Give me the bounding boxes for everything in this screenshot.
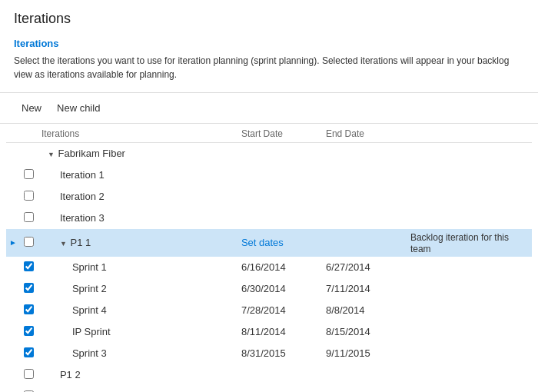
iterations-table: Iterations Start Date End Date ▼ Fabrika… — [6, 124, 532, 392]
set-dates-link[interactable]: Set dates — [241, 237, 284, 248]
table-row[interactable]: Sprint 26/30/20147/11/2014 — [6, 278, 532, 300]
start-date-cell — [238, 143, 323, 164]
iteration-checkbox[interactable] — [24, 283, 34, 293]
tree-arrow-icon[interactable]: ▼ — [48, 151, 55, 158]
iteration-name: Iteration 3 — [60, 212, 105, 224]
iteration-name-cell: P1 3 — [38, 386, 238, 393]
row-indicator-cell — [6, 300, 20, 321]
table-row[interactable]: ►▼ P1 1Set datesBacklog iteration for th… — [6, 229, 532, 257]
description-text: Select the iterations you want to use fo… — [14, 54, 524, 81]
row-indicator-cell — [6, 278, 20, 300]
iteration-name-cell: Sprint 1 — [38, 257, 238, 278]
iteration-name: Sprint 1 — [72, 261, 107, 273]
iteration-name: Fabrikam Fiber — [58, 148, 125, 159]
row-indicator-cell — [6, 164, 20, 186]
table-row[interactable]: P1 3 — [6, 386, 532, 393]
iteration-name-cell: ▼ Fabrikam Fiber — [38, 143, 238, 164]
row-indicator-cell — [6, 364, 20, 386]
checkbox-cell — [20, 343, 38, 364]
iteration-checkbox[interactable] — [24, 169, 34, 179]
table-row[interactable]: Iteration 1 — [6, 164, 532, 186]
col-header-end: End Date — [323, 124, 407, 143]
checkbox-cell — [20, 364, 38, 386]
new-child-button[interactable]: New child — [49, 99, 108, 117]
start-date-cell: 8/11/2014 — [238, 321, 323, 343]
start-date-cell — [238, 186, 323, 208]
checkbox-cell — [20, 257, 38, 278]
info-cell — [407, 143, 532, 164]
iteration-checkbox[interactable] — [24, 347, 34, 357]
start-date-cell: 8/31/2015 — [238, 343, 323, 364]
start-date-cell: Set dates — [238, 229, 323, 257]
iteration-name-cell: Iteration 2 — [38, 186, 238, 208]
new-button[interactable]: New — [14, 99, 49, 117]
start-date-cell — [238, 208, 323, 229]
iteration-checkbox[interactable] — [24, 191, 34, 201]
checkbox-cell — [20, 321, 38, 343]
col-header-start: Start Date — [238, 124, 323, 143]
end-date-cell — [323, 229, 407, 257]
table-row[interactable]: ▼ Fabrikam Fiber — [6, 143, 532, 164]
row-indicator-cell — [6, 257, 20, 278]
end-date-cell — [323, 186, 407, 208]
end-date-cell: 7/11/2014 — [323, 278, 407, 300]
iteration-name-cell: ▼ P1 1 — [38, 229, 238, 257]
checkbox-cell — [20, 300, 38, 321]
row-indicator-cell — [6, 321, 20, 343]
section-title: Iterations — [14, 38, 524, 49]
row-indicator-cell — [6, 208, 20, 229]
row-indicator-cell — [6, 343, 20, 364]
info-cell — [407, 186, 532, 208]
checkbox-cell — [20, 229, 38, 257]
table-row[interactable]: P1 2 — [6, 364, 532, 386]
backlog-label: Backlog iteration for this team — [410, 232, 509, 254]
row-arrow-indicator: ► — [9, 238, 17, 247]
col-header-indicator — [6, 124, 20, 143]
info-cell — [407, 364, 532, 386]
checkbox-cell — [20, 164, 38, 186]
toolbar: New New child — [0, 92, 538, 124]
tree-arrow-icon[interactable]: ▼ — [60, 240, 68, 247]
col-header-checkbox — [20, 124, 38, 143]
iteration-name-cell: Sprint 2 — [38, 278, 238, 300]
table-row[interactable]: Sprint 47/28/20148/8/2014 — [6, 300, 532, 321]
iteration-checkbox[interactable] — [24, 212, 34, 222]
end-date-cell — [323, 208, 407, 229]
iteration-name: Sprint 4 — [72, 304, 107, 316]
start-date-cell — [238, 386, 323, 393]
checkbox-cell — [20, 278, 38, 300]
row-indicator-cell: ► — [6, 229, 20, 257]
iteration-name: Iteration 1 — [60, 169, 105, 181]
info-cell — [407, 386, 532, 393]
end-date-cell — [323, 364, 407, 386]
info-cell — [407, 343, 532, 364]
iteration-name-cell: IP Sprint — [38, 321, 238, 343]
start-date-cell — [238, 364, 323, 386]
end-date-cell: 9/11/2015 — [323, 343, 407, 364]
iteration-name-cell: Sprint 3 — [38, 343, 238, 364]
info-cell — [407, 300, 532, 321]
start-date-cell: 7/28/2014 — [238, 300, 323, 321]
col-header-iterations: Iterations — [38, 124, 238, 143]
info-cell: Backlog iteration for this team — [407, 229, 532, 257]
iteration-checkbox[interactable] — [24, 261, 34, 271]
iteration-name-cell: P1 2 — [38, 364, 238, 386]
table-row[interactable]: Sprint 16/16/20146/27/2014 — [6, 257, 532, 278]
table-row[interactable]: Iteration 3 — [6, 208, 532, 229]
info-cell — [407, 257, 532, 278]
iteration-checkbox[interactable] — [24, 304, 34, 314]
info-cell — [407, 321, 532, 343]
iteration-checkbox[interactable] — [24, 369, 34, 379]
table-row[interactable]: Sprint 38/31/20159/11/2015 — [6, 343, 532, 364]
table-row[interactable]: Iteration 2 — [6, 186, 532, 208]
start-date-cell — [238, 164, 323, 186]
iteration-name: P1 2 — [60, 369, 81, 380]
iteration-checkbox[interactable] — [24, 237, 34, 247]
end-date-cell — [323, 164, 407, 186]
iteration-checkbox[interactable] — [24, 326, 34, 336]
table-row[interactable]: IP Sprint8/11/20148/15/2014 — [6, 321, 532, 343]
info-cell — [407, 278, 532, 300]
iterations-table-container: Iterations Start Date End Date ▼ Fabrika… — [0, 124, 538, 392]
end-date-cell — [323, 143, 407, 164]
iteration-name: Sprint 2 — [72, 283, 107, 294]
